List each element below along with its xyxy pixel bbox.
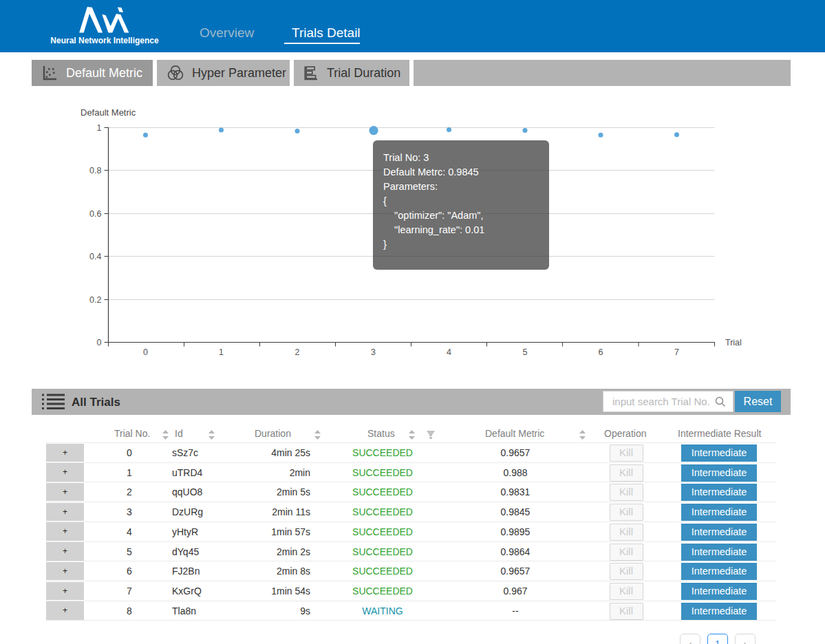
svg-text:4: 4: [447, 347, 451, 357]
svg-text:0.6: 0.6: [89, 209, 101, 219]
svg-text:0: 0: [97, 338, 102, 347]
svg-text:1: 1: [97, 123, 102, 133]
svg-text:0: 0: [143, 347, 148, 357]
svg-text:0.4: 0.4: [89, 252, 101, 261]
svg-text:Default Metric: Default Metric: [81, 107, 136, 118]
svg-text:1: 1: [219, 347, 224, 357]
svg-text:0.8: 0.8: [89, 166, 101, 175]
svg-text:0.2: 0.2: [89, 295, 101, 305]
svg-text:3: 3: [371, 347, 376, 357]
svg-text:7: 7: [674, 347, 679, 357]
svg-text:Trial: Trial: [725, 338, 742, 347]
svg-text:5: 5: [523, 347, 528, 357]
svg-text:6: 6: [599, 347, 603, 357]
svg-text:2: 2: [295, 347, 300, 357]
